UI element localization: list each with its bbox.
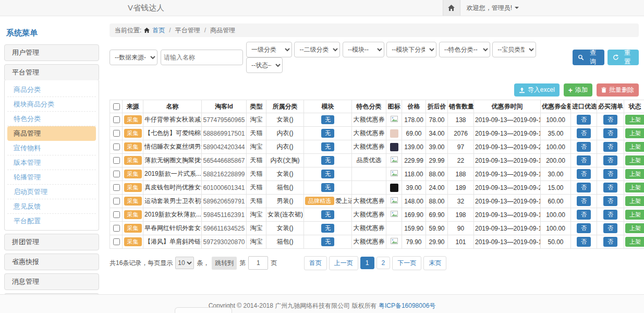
page-button-2[interactable]: 2 [376,257,391,269]
cell-must-buy: 否 [597,113,624,127]
filter-select[interactable]: --二级分类-- [294,42,340,57]
import-select-toggle[interactable]: 否 [577,183,591,192]
must-buy-toggle[interactable]: 否 [603,128,617,138]
sidebar-subitem[interactable]: 商品分类 [7,82,96,97]
cell-must-buy: 否 [597,181,624,195]
jump-button[interactable]: 跳转到 [212,257,237,270]
module-badge: 无 [321,210,334,219]
select-all-checkbox[interactable] [113,103,120,110]
sidebar-item[interactable]: 拼团管理 [4,234,99,250]
must-buy-toggle[interactable]: 否 [603,169,617,178]
sidebar-subitem[interactable]: 意见反馈 [7,199,96,214]
page-button-末页[interactable]: 末页 [423,256,446,270]
sidebar-subitem[interactable]: 启动页管理 [7,185,96,199]
user-menu[interactable]: 欢迎您，管理员! [467,4,519,13]
row-checkbox[interactable] [113,184,120,191]
sidebar-item[interactable]: 省惠快报 [4,254,99,270]
sidebar-subitem[interactable]: 版本管理 [7,155,96,170]
filter-select[interactable]: --模块-- [343,42,384,57]
sidebar-subitem[interactable]: 模块商品分类 [7,97,96,112]
row-checkbox[interactable] [113,238,120,245]
filter-select[interactable]: --模块下分类-- [386,42,436,57]
status-button[interactable]: 上架 [625,115,644,124]
header-right: 欢迎您，管理员! [443,0,519,16]
must-buy-toggle[interactable]: 否 [603,210,617,219]
must-buy-toggle[interactable]: 否 [603,155,617,165]
row-checkbox[interactable] [113,116,120,123]
cell-coupon-amount: 100.00 [541,208,571,222]
trash-icon [601,87,606,93]
add-button[interactable]: + 添加 [564,83,592,97]
name-search-input[interactable] [161,50,243,65]
import-select-toggle[interactable]: 否 [577,237,591,246]
status-button[interactable]: 上架 [625,237,644,246]
batch-delete-button[interactable]: 批量删除 [597,83,639,97]
status-button[interactable]: 上架 [625,196,644,206]
row-checkbox[interactable] [113,211,120,218]
import-select-toggle[interactable]: 否 [577,210,591,219]
import-excel-button[interactable]: 导入excel [514,83,560,97]
home-button[interactable] [443,0,460,16]
must-buy-toggle[interactable]: 否 [603,196,617,206]
filter-select[interactable]: --特色分类-- [439,42,490,57]
filter-select[interactable]: 一级分类 [246,42,292,57]
must-buy-toggle[interactable]: 否 [603,142,617,151]
breadcrumb-separator: / [204,27,206,34]
sidebar-item[interactable]: 平台管理 [4,64,99,81]
must-buy-toggle[interactable]: 否 [603,183,617,192]
status-button[interactable]: 上架 [625,142,644,151]
sidebar-subitem[interactable]: 宣传物料 [7,141,96,155]
status-button[interactable]: 上架 [625,210,644,219]
import-select-toggle[interactable]: 否 [577,169,591,178]
import-select-toggle[interactable]: 否 [577,128,591,138]
breadcrumb-home-link[interactable]: 首页 [152,26,165,35]
page-button-上一页[interactable]: 上一页 [329,256,358,270]
row-checkbox[interactable] [113,157,120,164]
cell-import-flag: 否 [571,181,597,195]
status-button[interactable]: 上架 [625,155,644,165]
cell-coupon-amount: 15.00 [541,181,571,195]
row-checkbox[interactable] [113,130,120,137]
per-page-select[interactable]: 10 [175,257,194,269]
data-source-select[interactable]: --数据来源-- [110,50,157,65]
icp-link[interactable]: 粤ICP备16098006号 [379,302,435,309]
row-checkbox[interactable] [113,198,120,204]
must-buy-toggle[interactable]: 否 [603,223,617,233]
breadcrumb: 当前位置: 首页 / 平台管理 / 商品管理 [110,23,639,37]
search-icon [578,54,584,61]
status-button[interactable]: 上架 [625,183,644,192]
cell-discount-price: 34.00 [426,127,448,140]
import-select-toggle[interactable]: 否 [577,196,591,206]
module-badge: 无 [321,170,334,178]
sidebar-subitem[interactable]: 特色分类 [7,112,96,126]
sidebar-item[interactable]: 消息管理 [4,273,99,290]
page-button-首页[interactable]: 首页 [304,256,327,270]
sidebar-subitem[interactable]: 轮播管理 [7,170,96,185]
status-button[interactable]: 上架 [625,223,644,233]
search-button[interactable]: 查询 [573,50,604,65]
source-badge: 采集 [124,210,142,219]
must-buy-toggle[interactable]: 否 [603,115,617,124]
page-button-1[interactable]: 1 [360,257,374,269]
filter-select[interactable]: --宝贝类型-- [492,42,536,57]
status-button[interactable]: 上架 [625,169,644,178]
import-select-toggle[interactable]: 否 [577,223,591,233]
sidebar-item[interactable]: 用户管理 [4,44,99,61]
import-select-toggle[interactable]: 否 [577,115,591,124]
jump-page-input[interactable] [248,256,268,270]
row-checkbox[interactable] [113,143,120,150]
status-button[interactable]: 上架 [625,128,644,138]
import-select-toggle[interactable]: 否 [577,155,591,165]
filter-select[interactable]: --状态-- [246,57,283,73]
page-button-下一页[interactable]: 下一页 [392,256,421,270]
reset-button[interactable]: 重置 [607,50,639,65]
sidebar-subitem[interactable]: 平台配置 [7,214,96,228]
row-checkbox[interactable] [113,171,120,177]
sidebar-subitem-active[interactable]: 商品管理 [7,126,96,141]
cell-status: 上架 [624,127,644,140]
import-select-toggle[interactable]: 否 [577,142,591,151]
row-checkbox[interactable] [113,225,120,232]
must-buy-toggle[interactable]: 否 [603,237,617,246]
module-badge: 品牌精选 [305,197,334,205]
cell-must-buy: 否 [597,127,624,140]
